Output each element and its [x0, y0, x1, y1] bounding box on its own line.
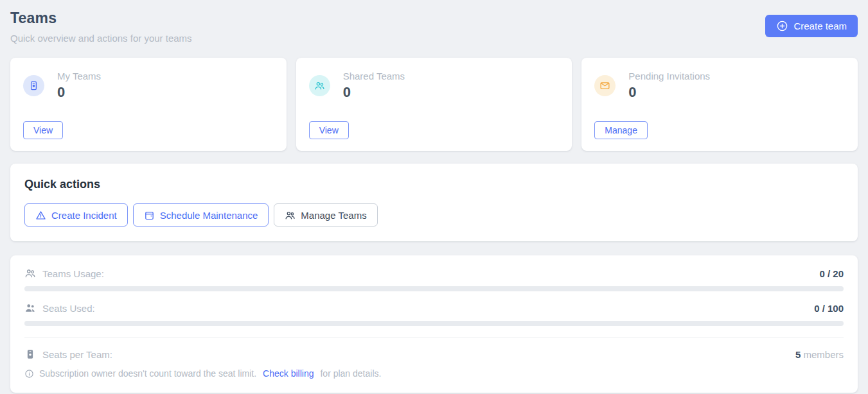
- plus-circle-icon: [776, 20, 788, 32]
- create-team-label: Create team: [793, 21, 847, 31]
- pending-invitations-card: Pending Invitations 0 Manage: [581, 58, 858, 151]
- users-filled-icon: [24, 302, 36, 314]
- quick-actions-buttons: Create Incident Schedule Maintenance: [24, 203, 844, 227]
- teams-usage-value: 0 / 20: [819, 268, 844, 279]
- stat-cards-row: My Teams 0 View Shared Teams 0 View: [10, 58, 858, 151]
- card-count: 0: [57, 84, 101, 101]
- seats-per-team-unit: members: [803, 349, 844, 360]
- view-my-teams-button[interactable]: View: [23, 121, 63, 139]
- create-incident-button[interactable]: Create Incident: [24, 203, 128, 227]
- seats-per-team-number: 5: [795, 349, 801, 360]
- check-billing-link[interactable]: Check billing: [263, 368, 314, 379]
- manage-invitations-button[interactable]: Manage: [594, 121, 648, 139]
- teams-usage-label: Teams Usage:: [42, 268, 104, 279]
- quick-actions-panel: Quick actions Create Incident Schedule M…: [10, 164, 858, 241]
- usage-note: Subscription owner doesn't count toward …: [24, 368, 844, 379]
- create-incident-label: Create Incident: [51, 210, 117, 221]
- card-title: My Teams: [57, 71, 101, 81]
- seats-used-row: Seats Used: 0 / 100: [24, 302, 844, 314]
- schedule-maintenance-label: Schedule Maintenance: [160, 210, 258, 221]
- schedule-maintenance-button[interactable]: Schedule Maintenance: [133, 203, 269, 227]
- shared-teams-card: Shared Teams 0 View: [296, 58, 572, 151]
- warning-icon: [35, 210, 46, 221]
- create-team-button[interactable]: Create team: [765, 15, 858, 37]
- seats-per-team-label: Seats per Team:: [42, 349, 112, 360]
- calendar-icon: [144, 210, 155, 221]
- teams-usage-progressbar: [24, 286, 844, 291]
- seats-used-value: 0 / 100: [814, 303, 844, 314]
- badge-icon: [23, 75, 44, 96]
- manage-teams-button[interactable]: Manage Teams: [274, 203, 377, 227]
- seats-used-progressbar: [24, 321, 844, 326]
- quick-actions-title: Quick actions: [24, 178, 844, 191]
- usage-divider: [24, 337, 844, 338]
- usage-note-text: Subscription owner doesn't count toward …: [39, 368, 256, 379]
- view-shared-teams-button[interactable]: View: [309, 121, 349, 139]
- usage-panel: Teams Usage: 0 / 20 Seats Used: 0 / 100: [10, 255, 858, 393]
- badge-filled-icon: [24, 348, 36, 360]
- card-count: 0: [628, 84, 710, 101]
- usage-note-suffix: for plan details.: [320, 368, 381, 379]
- page-header: Teams Quick overview and actions for you…: [10, 10, 858, 44]
- page-title: Teams: [10, 10, 858, 27]
- page-subtitle: Quick overview and actions for your team…: [10, 33, 858, 44]
- manage-teams-label: Manage Teams: [301, 210, 366, 221]
- seats-used-label: Seats Used:: [42, 303, 95, 314]
- users-icon: [285, 210, 296, 221]
- users-icon: [309, 75, 330, 96]
- card-count: 0: [343, 84, 405, 101]
- teams-usage-row: Teams Usage: 0 / 20: [24, 268, 844, 279]
- card-title: Pending Invitations: [628, 71, 710, 81]
- my-teams-card: My Teams 0 View: [10, 58, 287, 151]
- seats-per-team-row: Seats per Team: 5 members: [24, 348, 844, 360]
- mail-icon: [594, 75, 616, 96]
- seats-per-team-value: 5 members: [795, 349, 844, 360]
- info-icon: [24, 369, 34, 379]
- users-outline-icon: [24, 268, 36, 279]
- card-title: Shared Teams: [343, 71, 405, 81]
